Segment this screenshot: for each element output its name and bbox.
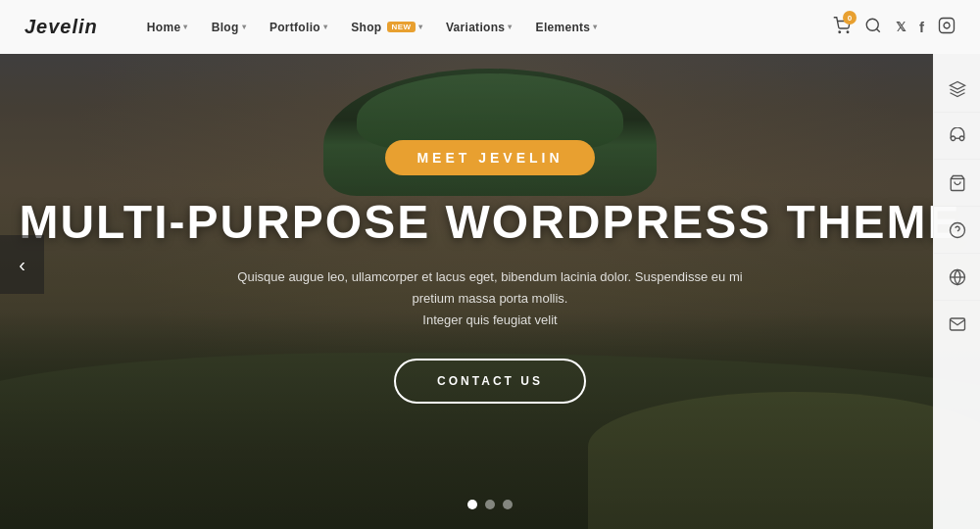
- hero-description: Quisque augue leo, ullamcorper et lacus …: [225, 266, 755, 331]
- search-icon-svg: [864, 17, 882, 34]
- nav-variations-label: Variations: [446, 21, 505, 34]
- nav-shop-label: Shop: [351, 21, 381, 34]
- nav-item-variations[interactable]: Variations ▾: [436, 15, 522, 40]
- question-icon-svg: [949, 221, 966, 239]
- cart-icon[interactable]: 0: [833, 17, 851, 37]
- bag-icon-svg: [949, 174, 966, 192]
- sidebar-mail-icon[interactable]: [934, 301, 981, 348]
- sidebar-bag-icon[interactable]: [934, 160, 981, 207]
- logo[interactable]: Jevelin: [24, 16, 98, 38]
- nav-icons: 0 𝕏 f: [833, 17, 956, 37]
- nav-shop-chevron: ▾: [418, 23, 422, 31]
- nav-blog-label: Blog: [212, 21, 239, 34]
- nav-elements-chevron: ▾: [593, 23, 597, 31]
- instagram-icon[interactable]: [938, 17, 956, 37]
- meet-badge: MEET JEVELIN: [385, 140, 594, 175]
- nav-home-chevron: ▾: [183, 23, 187, 31]
- svg-point-0: [839, 31, 841, 33]
- search-icon[interactable]: [864, 17, 882, 37]
- hero-content: MEET JEVELIN MULTI-PURPOSE WORDPRESS THE…: [0, 54, 980, 529]
- nav-variations-chevron: ▾: [508, 23, 512, 31]
- layers-icon-svg: [949, 80, 966, 98]
- glasses-icon-svg: [949, 127, 966, 145]
- svg-line-3: [876, 28, 879, 31]
- svg-point-1: [847, 31, 849, 33]
- nav-elements-label: Elements: [536, 21, 591, 34]
- sidebar-layers-icon[interactable]: [934, 66, 981, 113]
- nav-blog-chevron: ▾: [242, 23, 246, 31]
- slider-dot-1[interactable]: [467, 500, 477, 509]
- hero-desc-line1: Quisque augue leo, ullamcorper et lacus …: [237, 269, 742, 306]
- nav-links: Home ▾ Blog ▾ Portfolio ▾ Shop NEW ▾ Var…: [137, 15, 833, 40]
- instagram-icon-svg: [938, 17, 956, 34]
- contact-us-button[interactable]: CONTACT US: [394, 359, 586, 404]
- nav-item-blog[interactable]: Blog ▾: [202, 15, 256, 40]
- arrow-left-icon: ‹: [19, 254, 25, 276]
- nav-portfolio-label: Portfolio: [270, 21, 320, 34]
- sidebar-globe-icon[interactable]: [934, 254, 981, 301]
- hero-section: Jevelin Home ▾ Blog ▾ Portfolio ▾ Shop N…: [0, 0, 980, 529]
- svg-marker-6: [950, 81, 964, 89]
- hero-desc-line2: Integer quis feugiat velit: [422, 313, 557, 327]
- facebook-icon[interactable]: f: [919, 19, 924, 35]
- shop-new-badge: NEW: [387, 22, 415, 32]
- sidebar-question-icon[interactable]: [934, 207, 981, 254]
- nav-item-elements[interactable]: Elements ▾: [526, 15, 608, 40]
- slider-dot-3[interactable]: [503, 500, 513, 509]
- slider-dot-2[interactable]: [485, 500, 495, 509]
- hero-title: MULTI-PURPOSE WORDPRESS THEME: [19, 197, 960, 249]
- slider-dots: [467, 500, 513, 509]
- cart-badge: 0: [843, 11, 857, 24]
- globe-icon-svg: [949, 268, 966, 286]
- nav-portfolio-chevron: ▾: [323, 23, 327, 31]
- svg-rect-4: [940, 19, 955, 33]
- svg-point-2: [866, 19, 878, 30]
- nav-item-home[interactable]: Home ▾: [137, 15, 198, 40]
- nav-item-portfolio[interactable]: Portfolio ▾: [260, 15, 337, 40]
- navbar: Jevelin Home ▾ Blog ▾ Portfolio ▾ Shop N…: [0, 0, 980, 54]
- slider-prev-button[interactable]: ‹: [0, 235, 44, 294]
- mail-icon-svg: [949, 315, 966, 333]
- twitter-icon[interactable]: 𝕏: [896, 20, 906, 34]
- sidebar-right: [933, 54, 980, 529]
- nav-home-label: Home: [147, 21, 181, 34]
- svg-point-11: [950, 222, 964, 237]
- nav-item-shop[interactable]: Shop NEW ▾: [341, 15, 432, 40]
- sidebar-glasses-icon[interactable]: [934, 113, 981, 160]
